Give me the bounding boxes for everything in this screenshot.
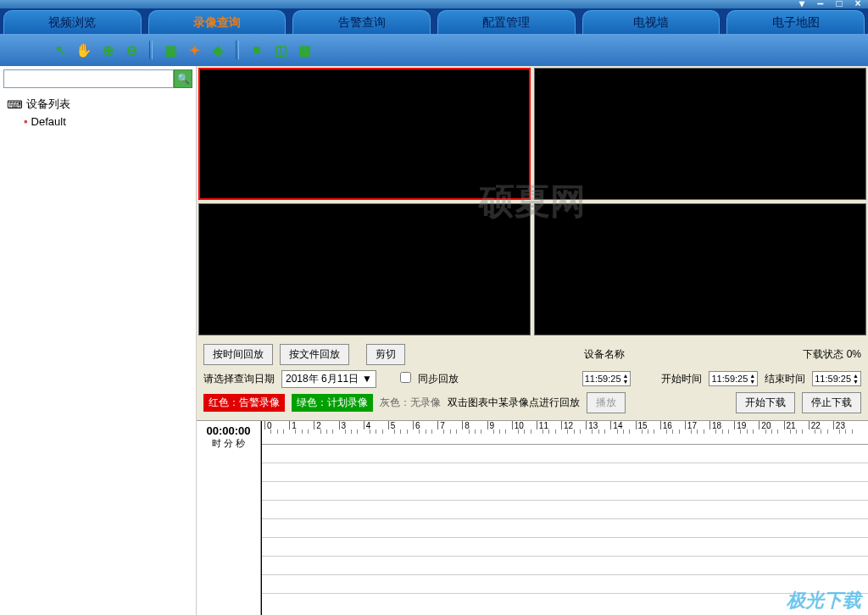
legend-red: 红色：告警录像 — [203, 394, 285, 412]
date-value: 2018年 6月11日 — [286, 372, 359, 386]
hand-icon[interactable]: ✋ — [75, 41, 93, 59]
close-button[interactable]: × — [852, 0, 864, 10]
tab-emap[interactable]: 电子地图 — [726, 10, 865, 34]
tab-record-query[interactable]: 录像查询 — [148, 10, 287, 34]
video-cell-4[interactable] — [534, 203, 866, 335]
end-time-value: 11:59:25 — [815, 374, 851, 384]
video-cell-1[interactable] — [198, 68, 531, 200]
up-icon[interactable]: ▲ — [623, 373, 629, 379]
dropdown-icon: ▼ — [362, 373, 372, 385]
tab-video-browse[interactable]: 视频浏览 — [3, 10, 142, 34]
cut-button[interactable]: 剪切 — [366, 344, 405, 365]
device-icon: ▪ — [24, 115, 28, 128]
video-cell-3[interactable] — [198, 203, 531, 335]
tree-root[interactable]: ⌨ 设备列表 — [7, 95, 189, 114]
search-button[interactable]: 🔍 — [174, 69, 192, 88]
playback-by-time-button[interactable]: 按时间回放 — [203, 344, 273, 365]
zoom-in-icon[interactable]: ⊕ — [98, 41, 117, 59]
start-time-value: 11:59:25 — [711, 374, 748, 384]
legend-gray: 灰色：无录像 — [380, 396, 441, 410]
zoom-out-icon[interactable]: ⊖ — [122, 41, 141, 59]
legend-green: 绿色：计划录像 — [292, 394, 373, 412]
tab-config[interactable]: 配置管理 — [437, 10, 576, 34]
footer-watermark: 极光下载 — [787, 588, 861, 613]
tree-child-label: Default — [31, 115, 66, 128]
timeline-cursor[interactable] — [261, 421, 262, 615]
date-picker[interactable]: 2018年 6月11日 ▼ — [281, 370, 376, 388]
fit-icon[interactable]: ✦ — [185, 41, 203, 59]
sync-playback-label: 同步回放 — [418, 372, 459, 386]
keyboard-icon: ⌨ — [7, 98, 23, 111]
sidebar: 🔍 ⌨ 设备列表 ▪ Default — [0, 66, 197, 615]
up-icon[interactable]: ▲ — [853, 373, 859, 379]
layout-1-icon[interactable]: ■ — [248, 41, 266, 59]
minimize-button[interactable]: ‒ — [815, 0, 826, 10]
timeline-sub: 时 分 秒 — [197, 437, 260, 450]
maximize-button[interactable]: □ — [833, 0, 845, 10]
pointer-icon[interactable]: ↖ — [51, 41, 70, 59]
down-icon[interactable]: ▼ — [853, 379, 859, 385]
layout-2-icon[interactable]: ◫ — [271, 41, 290, 59]
end-time-label: 结束时间 — [765, 372, 805, 386]
main-tabs: 视频浏览 录像查询 告警查询 配置管理 电视墙 电子地图 — [0, 8, 868, 34]
menu-button[interactable]: ▾ — [796, 0, 808, 10]
layout-4-icon[interactable]: ▦ — [295, 41, 314, 59]
download-status: 下载状态 0% — [803, 347, 861, 362]
stop-download-button[interactable]: 停止下载 — [802, 392, 861, 413]
start-time-spinner[interactable]: 11:59:25 ▲▼ — [709, 371, 758, 386]
device-name-label: 设备名称 — [584, 347, 625, 362]
video-grid: 硕夏网 — [197, 66, 868, 337]
start-time-label: 开始时间 — [661, 372, 702, 386]
play-button[interactable]: 播放 — [587, 392, 626, 413]
device-tree: ⌨ 设备列表 ▪ Default — [0, 91, 196, 133]
up-icon[interactable]: ▲ — [749, 373, 755, 379]
tree-item-default[interactable]: ▪ Default — [7, 114, 189, 130]
end-time-spinner[interactable]: 11:59:25 ▲▼ — [812, 371, 861, 386]
rotate-icon[interactable]: ◈ — [209, 41, 227, 59]
video-cell-2[interactable] — [534, 68, 866, 200]
separator — [236, 41, 239, 59]
down-icon[interactable]: ▼ — [749, 379, 755, 385]
playback-by-file-button[interactable]: 按文件回放 — [280, 344, 349, 365]
time-value-1: 11:59:25 — [585, 374, 621, 384]
toolbar: ↖ ✋ ⊕ ⊖ ▣ ✦ ◈ ■ ◫ ▦ — [0, 34, 868, 66]
timeline-chart[interactable]: 01234567891011121314151617181920212223 — [261, 421, 868, 615]
legend-hint: 双击图表中某录像点进行回放 — [448, 396, 580, 410]
select-date-label: 请选择查询日期 — [203, 372, 275, 386]
tab-alarm-query[interactable]: 告警查询 — [292, 10, 431, 34]
sync-playback-checkbox[interactable] — [400, 372, 411, 383]
down-icon[interactable]: ▼ — [623, 379, 629, 385]
timeline: 00:00:00 时 分 秒 0123456789101112131415161… — [197, 420, 868, 615]
start-download-button[interactable]: 开始下载 — [736, 392, 795, 413]
separator — [149, 41, 153, 59]
tab-tv-wall[interactable]: 电视墙 — [582, 10, 721, 34]
fullscreen-icon[interactable]: ▣ — [161, 41, 180, 59]
search-input[interactable] — [3, 69, 174, 88]
timeline-time: 00:00:00 — [197, 424, 260, 437]
tree-root-label: 设备列表 — [26, 97, 70, 112]
time-spinner-1[interactable]: 11:59:25 ▲▼ — [582, 371, 632, 386]
